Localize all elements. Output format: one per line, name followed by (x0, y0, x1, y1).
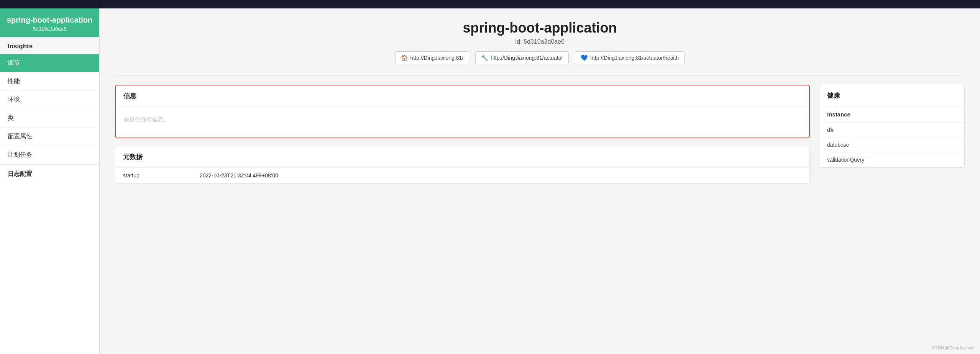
meta-key-startup: startup (123, 172, 200, 179)
health-card: 健康 Instance db database validationQuery (819, 85, 965, 168)
link-actuator[interactable]: 🔧 http://DingJiaxiong:81/actuator (475, 51, 569, 64)
sidebar-insights-section: Insights (0, 37, 99, 54)
page-header: spring-boot-application Id: 5d310a3d0ae6… (115, 20, 965, 64)
info-card-body: 未提供任何信息。 (116, 107, 809, 138)
page-links: 🏠 http://DingJiaxiong:81/ 🔧 http://DingJ… (115, 51, 965, 64)
health-icon: 💙 (581, 54, 588, 61)
link-actuator-label: http://DingJiaxiong:81/actuator (491, 55, 563, 61)
content-grid: 信息 未提供任何信息。 元数据 startup 2022-10-23T21:32… (115, 85, 965, 184)
sidebar-item-计划任务[interactable]: 计划任务 (0, 146, 99, 164)
health-item-database: database (819, 138, 964, 152)
sidebar-item-细节[interactable]: 细节 (0, 54, 99, 72)
sidebar-item-配置属性[interactable]: 配置属性 (0, 128, 99, 146)
info-card: 信息 未提供任何信息。 (115, 85, 810, 138)
sidebar-app-name: spring-boot-application (5, 15, 95, 25)
sidebar-app-id: 5d310a3d0ae6 (5, 26, 95, 32)
link-health[interactable]: 💙 http://DingJiaxiong:81/actuator/health (575, 51, 685, 64)
header-divider (115, 75, 965, 75)
meta-value-startup: 2022-10-23T21:32:04.499+08:00 (200, 172, 278, 179)
page-title: spring-boot-application (115, 20, 965, 36)
health-card-header: 健康 (819, 85, 964, 107)
health-db-label: db (819, 123, 964, 138)
watermark: CSDN @Ding Jiaxiong (932, 346, 975, 350)
health-instance-title: Instance (819, 107, 964, 123)
meta-row-startup: startup 2022-10-23T21:32:04.499+08:00 (115, 168, 809, 184)
info-empty-text: 未提供任何信息。 (123, 116, 169, 123)
main-content: spring-boot-application Id: 5d310a3d0ae6… (100, 8, 980, 354)
sidebar-item-类[interactable]: 类 (0, 109, 99, 128)
sidebar-item-环境[interactable]: 环境 (0, 91, 99, 109)
left-column: 信息 未提供任何信息。 元数据 startup 2022-10-23T21:32… (115, 85, 810, 184)
wrench-icon: 🔧 (481, 54, 488, 61)
info-card-header: 信息 (116, 85, 809, 107)
sidebar-item-性能[interactable]: 性能 (0, 72, 99, 91)
sidebar-header: spring-boot-application 5d310a3d0ae6 (0, 8, 99, 37)
sidebar: spring-boot-application 5d310a3d0ae6 Ins… (0, 8, 100, 354)
meta-card-header: 元数据 (115, 146, 809, 168)
page-subtitle: Id: 5d310a3d0ae6 (115, 38, 965, 45)
link-home[interactable]: 🏠 http://DingJiaxiong:81/ (395, 51, 469, 64)
health-item-validationquery: validationQuery (819, 152, 964, 167)
top-bar (0, 0, 980, 8)
link-health-label: http://DingJiaxiong:81/actuator/health (590, 55, 679, 61)
home-icon: 🏠 (401, 54, 408, 61)
sidebar-section2: 日志配置 (0, 164, 99, 182)
link-home-label: http://DingJiaxiong:81/ (410, 55, 464, 61)
meta-card: 元数据 startup 2022-10-23T21:32:04.499+08:0… (115, 146, 810, 184)
right-column: 健康 Instance db database validationQuery (819, 85, 965, 184)
